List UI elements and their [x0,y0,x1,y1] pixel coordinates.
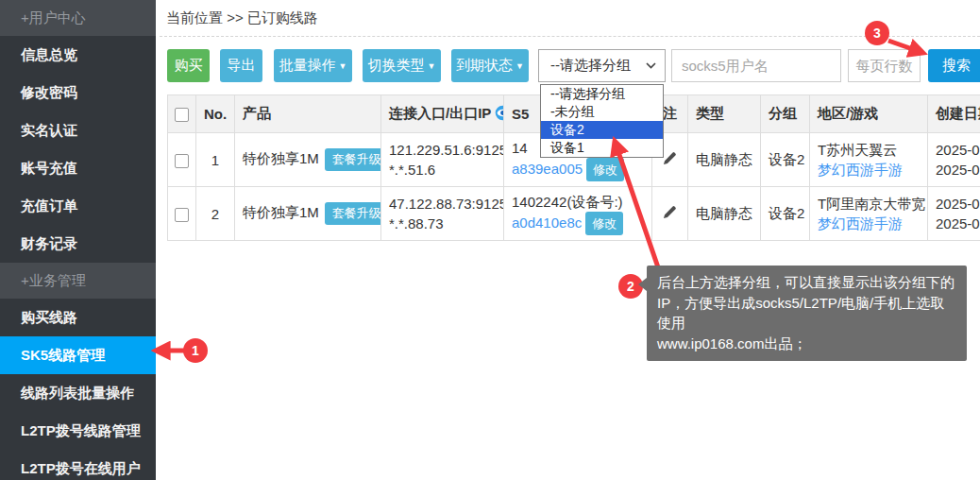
row-number: 1 [196,133,235,187]
main-content: 当前位置 >> 已订购线路 购买 导出 批量操作▼ 切换类型▼ 到期状态▼ --… [156,0,980,480]
game-link[interactable]: 梦幻西游手游 [818,162,903,178]
col-header-ip: 连接入口/出口IP [381,95,504,133]
created-date: 2025-0 [936,140,980,160]
group-select-value: --请选择分组 [550,57,631,75]
line-group: 设备2 [761,133,810,187]
export-button[interactable]: 导出 [220,49,262,82]
col-header-group: 分组 [761,95,810,133]
edit-pencil-icon[interactable] [663,205,677,219]
upgrade-plan-button[interactable]: 套餐升级 [325,148,381,171]
buy-button[interactable]: 购买 [167,49,210,82]
modify-button[interactable]: 修改 [586,158,624,181]
group-select[interactable]: --请选择分组 [538,49,666,82]
sidebar-item-finance-records[interactable]: 财务记录 [0,225,156,263]
switch-type-label: 切换类型 [368,57,425,73]
eye-icon[interactable] [495,105,503,121]
edit-pencil-icon[interactable] [663,151,677,165]
product-name: 特价独享1M [243,150,319,166]
caret-down-icon: ▼ [339,61,347,71]
breadcrumb: 当前位置 >> 已订购线路 [166,9,318,27]
sidebar-item-recharge-orders[interactable]: 充值订单 [0,187,156,225]
row-checkbox[interactable] [175,154,189,168]
switch-type-button[interactable]: 切换类型▼ [363,49,441,82]
col-header-ip-label: 连接入口/出口IP [389,105,491,121]
group-option-device1[interactable]: 设备1 [541,139,663,157]
expire-date: 2025-0 [936,160,980,180]
search-button[interactable]: 搜索 [928,49,980,82]
group-option-ungrouped[interactable]: -未分组 [541,103,663,121]
sidebar-section-business: +业务管理 [0,263,156,299]
expire-status-label: 到期状态 [456,57,513,73]
line-type: 电脑静态 [688,133,761,187]
sidebar-item-buy-lines[interactable]: 购买线路 [0,299,156,336]
sidebar-item-sk5-line-management[interactable]: SK5线路管理 [0,336,156,374]
sidebar-item-realname-auth[interactable]: 实名认证 [0,111,156,149]
game-link[interactable]: 梦幻西游手游 [818,215,903,231]
select-all-checkbox[interactable] [175,108,189,122]
row-number: 2 [196,187,235,241]
rows-per-page-input[interactable] [848,49,921,82]
sidebar-item-info-overview[interactable]: 信息总览 [0,36,156,74]
expire-status-button[interactable]: 到期状态▼ [451,49,529,82]
entry-ip: 121.229.51.6:9125 [389,140,496,160]
sidebar-item-account-recharge[interactable]: 账号充值 [0,149,156,187]
row-checkbox[interactable] [175,208,189,222]
sidebar-item-change-password[interactable]: 修改密码 [0,74,156,111]
region-name: T阿里南京大带宽 [818,194,920,214]
caret-down-icon: ▼ [515,61,524,71]
s5-device-info: 1402242(设备号:) [512,192,644,212]
tooltip-brand: www.ip0168.com出品； [657,334,956,354]
s5-username-link[interactable]: a839ea005 [512,161,583,177]
socks5-username-input[interactable] [671,49,841,82]
line-type: 电脑静态 [688,187,761,241]
expire-date: 2025-0 [936,214,980,233]
region-name: T苏州天翼云 [818,140,920,160]
upgrade-plan-button[interactable]: 套餐升级 [325,202,381,225]
batch-actions-button[interactable]: 批量操作▼ [274,49,352,82]
col-header-created: 创建日期 [928,95,980,133]
group-option-device2[interactable]: 设备2 [541,121,663,139]
col-header-region: 地区/游戏 [810,95,928,133]
product-name: 特价独享1M [243,204,319,220]
table-row: 2 特价独享1M套餐升级 47.122.88.73:9125 *.*.88.73… [168,187,980,241]
app-window: +用户中心 信息总览 修改密码 实名认证 账号充值 充值订单 财务记录 +业务管… [0,0,980,480]
entry-ip: 47.122.88.73:9125 [389,194,496,214]
exit-ip: *.*.51.6 [389,160,496,180]
group-option-placeholder[interactable]: --请选择分组 [541,85,663,103]
chevron-down-icon [646,62,656,69]
sidebar-item-l2tp-line-management[interactable]: L2TP拨号线路管理 [0,412,156,450]
s5-username-link[interactable]: a0d410e8c [512,214,582,231]
batch-actions-label: 批量操作 [279,57,336,73]
line-group: 设备2 [761,187,810,241]
sidebar-section-user-center: +用户中心 [0,0,156,36]
tooltip-pointer [638,278,647,291]
annotation-tooltip: 后台上方选择分组，可以直接显示出该分组下的IP，方便导出成socks5/L2TP… [647,266,967,361]
col-header-type: 类型 [688,95,761,133]
sidebar-item-line-batch-ops[interactable]: 线路列表批量操作 [0,374,156,412]
sidebar: +用户中心 信息总览 修改密码 实名认证 账号充值 充值订单 财务记录 +业务管… [0,0,156,480]
created-date: 2025-0 [936,194,980,214]
tooltip-text: 后台上方选择分组，可以直接显示出该分组下的IP，方便导出成socks5/L2TP… [657,274,955,331]
caret-down-icon: ▼ [428,61,436,71]
col-header-no: No. [196,95,235,133]
group-dropdown-list: --请选择分组 -未分组 设备2 设备1 [540,84,664,158]
sidebar-item-l2tp-online-users[interactable]: L2TP拨号在线用户 [0,450,156,480]
dashed-divider [160,36,980,37]
modify-button[interactable]: 修改 [585,212,623,235]
col-header-product: 产品 [235,95,381,133]
exit-ip: *.*.88.73 [389,214,496,233]
